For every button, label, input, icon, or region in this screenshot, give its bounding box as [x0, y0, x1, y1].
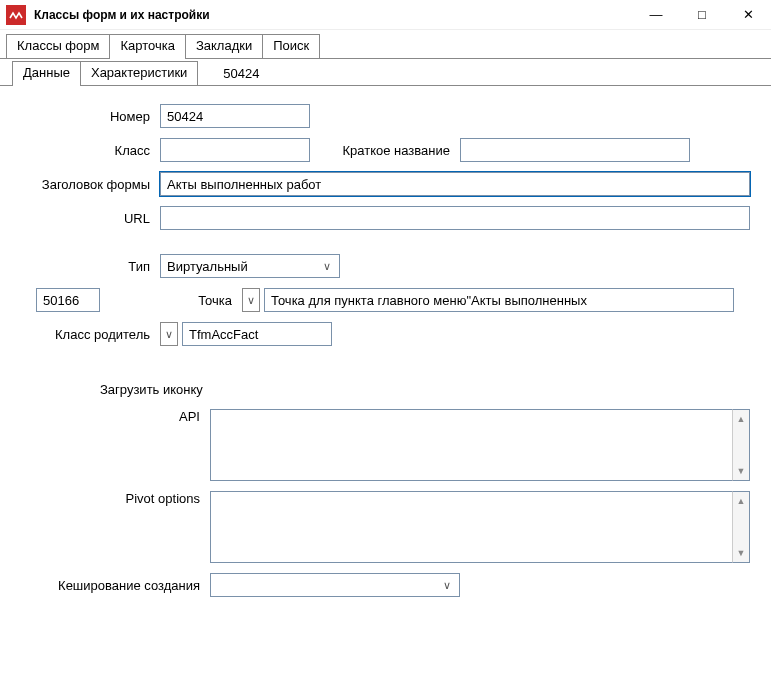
class-field[interactable] [160, 138, 310, 162]
parent-class-field[interactable] [182, 322, 332, 346]
pivot-textarea[interactable] [210, 491, 732, 563]
scroll-up-icon: ▲ [733, 492, 749, 510]
left-code-field[interactable] [36, 288, 100, 312]
api-scrollbar[interactable]: ▲ ▼ [732, 409, 750, 481]
outer-tabs: Классы форм Карточка Закладки Поиск [0, 34, 771, 59]
label-cache: Кеширование создания [0, 578, 210, 593]
scroll-up-icon: ▲ [733, 410, 749, 428]
label-short-name: Краткое название [310, 143, 460, 158]
inner-tabs: Данные Характеристики 50424 [0, 61, 771, 86]
tab-form-classes[interactable]: Классы форм [6, 34, 110, 58]
cache-select[interactable]: ∨ [210, 573, 460, 597]
subtab-characteristics[interactable]: Характеристики [80, 61, 198, 85]
tab-bookmarks[interactable]: Закладки [185, 34, 263, 58]
pivot-scrollbar[interactable]: ▲ ▼ [732, 491, 750, 563]
app-icon [6, 5, 26, 25]
chevron-down-icon: ∨ [319, 260, 335, 273]
label-pivot: Pivot options [0, 491, 210, 506]
point-field[interactable] [264, 288, 734, 312]
api-textarea[interactable] [210, 409, 732, 481]
label-type: Тип [0, 259, 160, 274]
label-api: API [0, 409, 210, 424]
chevron-down-icon: ∨ [439, 579, 455, 592]
minimize-button[interactable]: — [633, 0, 679, 29]
point-dropdown-button[interactable]: ∨ [242, 288, 260, 312]
label-form-title: Заголовок формы [0, 177, 160, 192]
form-title-field[interactable] [160, 172, 750, 196]
number-field[interactable] [160, 104, 310, 128]
url-field[interactable] [160, 206, 750, 230]
window-controls: — □ ✕ [633, 0, 771, 29]
label-parent-class: Класс родитель [0, 327, 160, 342]
form-area: Номер Класс Краткое название Заголовок ф… [0, 86, 771, 597]
close-button[interactable]: ✕ [725, 0, 771, 29]
subtab-id-label: 50424 [213, 63, 269, 85]
label-point: Точка [100, 293, 242, 308]
parent-class-dropdown-button[interactable]: ∨ [160, 322, 178, 346]
tab-search[interactable]: Поиск [262, 34, 320, 58]
scroll-down-icon: ▼ [733, 544, 749, 562]
type-select-value: Виртуальный [167, 259, 248, 274]
label-url: URL [0, 211, 160, 226]
scroll-down-icon: ▼ [733, 462, 749, 480]
window-title: Классы форм и их настройки [34, 8, 210, 22]
maximize-button[interactable]: □ [679, 0, 725, 29]
subtab-data[interactable]: Данные [12, 61, 81, 85]
label-class: Класс [0, 143, 160, 158]
label-load-icon: Загрузить иконку [100, 382, 203, 397]
titlebar: Классы форм и их настройки — □ ✕ [0, 0, 771, 30]
short-name-field[interactable] [460, 138, 690, 162]
type-select[interactable]: Виртуальный ∨ [160, 254, 340, 278]
tab-card[interactable]: Карточка [109, 34, 185, 58]
label-number: Номер [0, 109, 160, 124]
